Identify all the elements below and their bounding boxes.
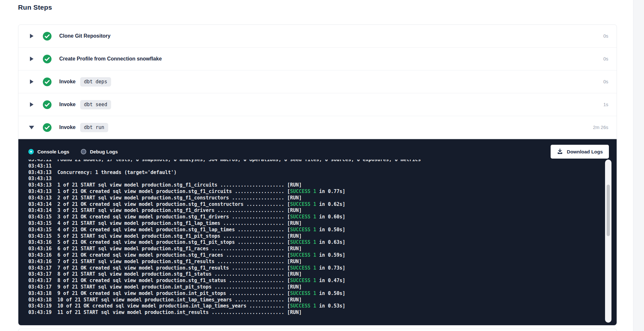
page-title: Run Steps	[18, 4, 52, 11]
log-scrollbar-thumb[interactable]	[607, 185, 610, 236]
step-row-1[interactable]: Clone Git Repository0s	[18, 25, 617, 48]
console-logs-radio[interactable]: Console Logs	[28, 149, 69, 154]
log-line: 03:43:18 9 of 21 OK created sql view mod…	[28, 290, 602, 297]
run-steps-card: Clone Git Repository0sCreate Profile fro…	[18, 24, 617, 326]
debug-logs-label: Debug Logs	[90, 149, 118, 154]
radio-unselected-icon[interactable]	[81, 149, 86, 154]
download-icon	[557, 148, 563, 155]
log-line: 03:43:15 4 of 21 OK created sql view mod…	[28, 227, 602, 233]
step-title: Create Profile from Connection snowflake	[59, 56, 162, 62]
log-scrollbar-track[interactable]	[605, 160, 611, 323]
log-line: 03:43:15 3 of 21 OK created sql view mod…	[28, 214, 602, 220]
step-title: Invoke	[59, 79, 76, 85]
step-row-5[interactable]: Invokedbt run2m 26s	[18, 116, 617, 139]
log-line: 03:43:13 2 of 21 START sql view model pr…	[28, 195, 602, 201]
caret-down-icon[interactable]	[29, 126, 34, 129]
log-line: 03:43:11 Found 21 models, 17 tests, 0 sn…	[28, 160, 602, 163]
log-line: 03:43:14 3 of 21 START sql view model pr…	[28, 207, 602, 214]
step-duration: 0s	[603, 33, 608, 39]
step-duration: 1s	[603, 102, 608, 107]
log-line: 03:43:17 8 of 21 OK created sql view mod…	[28, 278, 602, 284]
step-duration: 2m 26s	[593, 125, 608, 130]
page: Run Steps Clone Git Repository0sCreate P…	[0, 0, 644, 331]
log-line: 03:43:13 1 of 21 START sql view model pr…	[28, 182, 602, 188]
log-line: 03:43:13 1 of 21 OK created sql view mod…	[28, 188, 602, 195]
step-row-3[interactable]: Invokedbt deps0s	[18, 70, 617, 93]
step-duration: 0s	[603, 79, 608, 84]
log-line: 03:43:14 2 of 21 OK created sql view mod…	[28, 201, 602, 208]
logs-panel: Console Logs Debug Logs Download Logs 03…	[18, 139, 617, 325]
log-line: 03:43:18 10 of 21 START sql view model p…	[28, 297, 602, 303]
caret-right-icon[interactable]	[30, 34, 33, 38]
log-line: 03:43:13	[28, 176, 602, 182]
console-logs-label: Console Logs	[37, 149, 69, 154]
step-title: Invoke	[59, 102, 76, 107]
download-logs-button[interactable]: Download Logs	[551, 145, 609, 159]
success-check-icon	[43, 100, 52, 109]
terminal-log[interactable]: 03:43:11 Found 21 models, 17 tests, 0 sn…	[18, 160, 602, 325]
download-logs-label: Download Logs	[567, 149, 603, 154]
log-line: 03:43:17 8 of 21 START sql view model pr…	[28, 271, 602, 278]
log-line: 03:43:16 7 of 21 START sql view model pr…	[28, 259, 602, 265]
log-line: 03:43:15 4 of 21 START sql view model pr…	[28, 220, 602, 227]
log-line: 03:43:16 6 of 21 OK created sql view mod…	[28, 252, 602, 259]
logs-panel-header: Console Logs Debug Logs Download Logs	[28, 143, 609, 161]
step-title: Invoke	[59, 124, 76, 130]
log-line: 03:43:17 7 of 21 OK created sql view mod…	[28, 265, 602, 271]
success-check-icon	[43, 78, 52, 86]
page-gutter	[633, 0, 644, 331]
log-line: 03:43:11	[28, 163, 602, 170]
success-check-icon	[43, 123, 52, 132]
log-line: 03:43:16 5 of 21 OK created sql view mod…	[28, 239, 602, 246]
step-command-badge: dbt deps	[80, 77, 111, 87]
success-check-icon	[43, 55, 52, 63]
step-title: Clone Git Repository	[59, 33, 110, 39]
radio-selected-icon[interactable]	[28, 149, 34, 154]
debug-logs-radio[interactable]: Debug Logs	[81, 149, 118, 154]
step-row-2[interactable]: Create Profile from Connection snowflake…	[18, 48, 617, 70]
log-line: 03:43:15 5 of 21 START sql view model pr…	[28, 233, 602, 240]
caret-right-icon[interactable]	[30, 57, 33, 61]
log-line: 03:43:19 11 of 21 START sql view model p…	[28, 309, 602, 316]
caret-right-icon[interactable]	[30, 79, 33, 84]
log-line: 03:43:17 9 of 21 START sql view model pr…	[28, 284, 602, 290]
log-line: 03:43:13 Concurrency: 1 threads (target=…	[28, 170, 602, 176]
step-duration: 0s	[603, 56, 608, 61]
success-check-icon	[43, 32, 52, 41]
caret-right-icon[interactable]	[30, 102, 33, 107]
step-row-4[interactable]: Invokedbt seed1s	[18, 93, 617, 116]
steps-card-rows: Clone Git Repository0sCreate Profile fro…	[18, 25, 617, 139]
step-command-badge: dbt run	[80, 123, 108, 132]
next-step-card-partial	[18, 329, 617, 331]
step-command-badge: dbt seed	[80, 100, 111, 109]
log-line: 03:43:16 6 of 21 START sql view model pr…	[28, 246, 602, 252]
log-line: 03:43:19 10 of 21 OK created sql view mo…	[28, 303, 602, 309]
